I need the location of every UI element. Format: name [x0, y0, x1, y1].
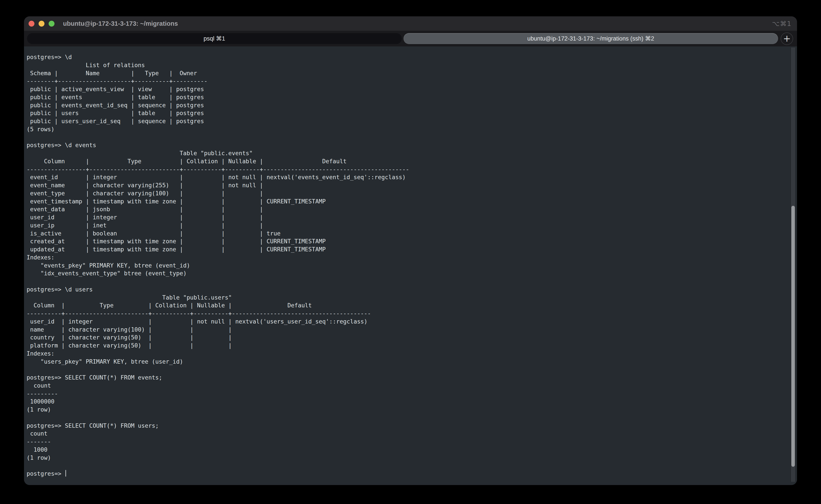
- scrollbar-thumb[interactable]: [791, 206, 795, 467]
- tab-ssh-label: ubuntu@ip-172-31-3-173: ~/migrations (ss…: [527, 35, 654, 42]
- desktop: { "window": { "title": "ubuntu@ip-172-31…: [0, 0, 821, 504]
- tab-ssh[interactable]: ubuntu@ip-172-31-3-173: ~/migrations (ss…: [404, 33, 778, 44]
- minimize-button[interactable]: [39, 21, 44, 27]
- tab-bar: psql ⌘1 ubuntu@ip-172-31-3-173: ~/migrat…: [24, 31, 797, 46]
- plus-icon: +: [783, 34, 791, 43]
- titlebar[interactable]: ubuntu@ip-172-31-3-173: ~/migrations ⌥⌘1: [24, 16, 797, 31]
- new-tab-button[interactable]: +: [781, 32, 793, 45]
- close-button[interactable]: [29, 21, 34, 27]
- tab-psql[interactable]: psql ⌘1: [27, 33, 402, 44]
- terminal-window: ubuntu@ip-172-31-3-173: ~/migrations ⌥⌘1…: [24, 16, 797, 485]
- text-cursor: [65, 470, 66, 477]
- tab-psql-label: psql ⌘1: [204, 35, 225, 42]
- terminal-prompt: postgres=>: [27, 470, 65, 477]
- terminal-content: postgres=> \d List of relations Schema |…: [27, 53, 784, 478]
- scrollbar-track[interactable]: [790, 48, 796, 482]
- zoom-button[interactable]: [49, 21, 55, 27]
- terminal-output: postgres=> \d List of relations Schema |…: [27, 54, 409, 461]
- titlebar-shortcut-hint: ⌥⌘1: [772, 20, 792, 27]
- traffic-lights: [29, 21, 55, 27]
- window-title: ubuntu@ip-172-31-3-173: ~/migrations: [63, 20, 178, 27]
- terminal-screen[interactable]: postgres=> \d List of relations Schema |…: [24, 46, 797, 485]
